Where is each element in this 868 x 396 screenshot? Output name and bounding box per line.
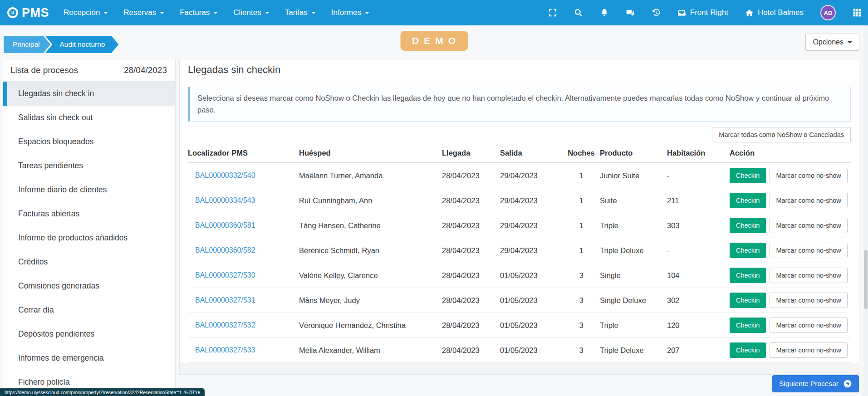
reservation-link[interactable]: BAL00000327/532: [188, 321, 299, 329]
table-row: BAL00000360/582Bérénice Schmidt, Ryan28/…: [188, 238, 851, 263]
checkin-button[interactable]: Checkin: [730, 293, 766, 308]
noshow-button[interactable]: Marcar como no-show: [770, 342, 847, 358]
scrollbar-thumb[interactable]: [864, 250, 868, 309]
chevron-down-icon: [311, 12, 316, 14]
reservation-link[interactable]: BAL00000327/530: [188, 271, 299, 279]
sidebar-item[interactable]: Salidas sin check out: [3, 106, 175, 130]
guest-name: Bérénice Schmidt, Ryan: [299, 246, 442, 255]
process-list-header: Lista de procesos 28/04/2023: [3, 59, 175, 82]
checkin-button[interactable]: Checkin: [730, 193, 766, 208]
table-row: BAL00000334/543Ruì Cunningham, Ann28/04/…: [188, 188, 851, 213]
hotel-selector[interactable]: Hotel Balmes: [745, 8, 804, 17]
nav-menu-label: Reservas: [123, 8, 156, 17]
nav-menu-label: Tarifas: [285, 8, 308, 17]
sidebar-item[interactable]: Espacios bloqueados: [3, 130, 175, 154]
departure-date: 29/04/2023: [500, 196, 563, 205]
sidebar-item[interactable]: Llegadas sin check in: [3, 82, 175, 106]
room-number: 303: [667, 221, 730, 230]
departure-date: 01/05/2023: [500, 346, 563, 355]
next-process-button[interactable]: Siguiente Procesar: [772, 375, 859, 392]
sidebar-item[interactable]: Cerrar día: [3, 298, 175, 322]
sidebar-item[interactable]: Depósitos pendientes: [3, 322, 175, 346]
guest-name: Mélia Alexander, William: [299, 346, 442, 355]
sidebar-item[interactable]: Tareas pendientes: [3, 154, 175, 178]
sidebar-item[interactable]: Informe diario de clientes: [3, 178, 175, 202]
sidebar-item[interactable]: Informes de emergencia: [3, 346, 175, 370]
chevron-down-icon: [365, 12, 369, 14]
departure-date: 29/04/2023: [500, 171, 563, 180]
nav-menu-label: Facturas: [180, 8, 210, 17]
product: Triple Deluxe: [600, 246, 667, 255]
fullscreen-icon[interactable]: [548, 8, 557, 17]
noshow-button[interactable]: Marcar como no-show: [770, 168, 847, 183]
reservation-link[interactable]: BAL00000332/540: [188, 171, 299, 180]
checkin-button[interactable]: Checkin: [730, 168, 766, 183]
reservation-link[interactable]: BAL00000327/531: [188, 296, 299, 304]
sidebar-item[interactable]: Comisiones generadas: [3, 274, 175, 298]
sidebar-item[interactable]: Informe de productos añadidos: [3, 226, 175, 250]
reservation-link[interactable]: BAL00000334/543: [188, 196, 299, 205]
breadcrumb: Principal Audit nocturno: [4, 36, 118, 53]
checkin-button[interactable]: Checkin: [730, 268, 766, 283]
column-header: Habitación: [667, 149, 730, 157]
comments-icon[interactable]: [626, 8, 635, 17]
history-icon[interactable]: [652, 8, 661, 17]
nav-menu-recepción[interactable]: Recepción: [64, 8, 108, 17]
pms-logo[interactable]: u PMS: [7, 6, 49, 20]
guest-name: Táng Hansen, Catherine: [299, 221, 442, 230]
page-title: Llegadas sin checkin: [180, 59, 859, 80]
mark-all-noshow-button[interactable]: Marcar todas como NoShow o Canceladas: [712, 127, 851, 142]
process-list: Llegadas sin check inSalidas sin check o…: [3, 82, 175, 394]
reservation-link[interactable]: BAL00000360/582: [188, 246, 299, 254]
nav-menu-tarifas[interactable]: Tarifas: [285, 8, 316, 17]
checkin-button[interactable]: Checkin: [730, 243, 766, 258]
nav-menu-facturas[interactable]: Facturas: [180, 8, 218, 17]
column-header: Acción: [730, 149, 851, 157]
checkin-button[interactable]: Checkin: [730, 218, 766, 233]
apps-grid-icon[interactable]: [853, 8, 862, 17]
nav-menu-clientes[interactable]: Clientes: [233, 8, 269, 17]
noshow-button[interactable]: Marcar como no-show: [770, 268, 847, 283]
row-actions: CheckinMarcar como no-show: [730, 243, 851, 258]
checkin-button[interactable]: Checkin: [730, 318, 766, 333]
sidebar-item[interactable]: Facturas abiertas: [3, 202, 175, 226]
nights: 1: [563, 171, 600, 180]
demo-badge: DEMO: [400, 31, 468, 51]
breadcrumb-audit-nocturno[interactable]: Audit nocturno: [45, 36, 118, 53]
noshow-button[interactable]: Marcar como no-show: [770, 193, 847, 208]
row-actions: CheckinMarcar como no-show: [730, 218, 851, 233]
breadcrumb-principal[interactable]: Principal: [4, 36, 50, 53]
reservation-link[interactable]: BAL00000327/533: [188, 346, 299, 354]
nav-menu-reservas[interactable]: Reservas: [123, 8, 164, 17]
search-icon[interactable]: [574, 8, 583, 17]
product: Triple: [600, 221, 667, 230]
sidebar-item[interactable]: Créditos: [3, 250, 175, 274]
chevron-down-icon: [160, 12, 164, 14]
arrow-circle-right-icon: [843, 379, 852, 388]
reservation-link[interactable]: BAL00000360/581: [188, 221, 299, 230]
room-number: 207: [667, 346, 730, 355]
table-row: BAL00000360/581Táng Hansen, Catherine28/…: [188, 213, 851, 238]
audit-date: 28/04/2023: [124, 65, 167, 75]
noshow-button[interactable]: Marcar como no-show: [770, 218, 847, 233]
avatar[interactable]: AD: [820, 5, 836, 20]
front-office-name: Front Right: [690, 8, 728, 17]
front-office-selector[interactable]: Front Right: [677, 8, 728, 17]
nav-menu-informes[interactable]: Informes: [331, 8, 369, 17]
product: Suite: [600, 196, 667, 205]
noshow-button[interactable]: Marcar como no-show: [770, 318, 847, 333]
departure-date: 29/04/2023: [500, 246, 563, 255]
scrollbar[interactable]: [863, 25, 868, 396]
nights: 1: [563, 221, 600, 230]
room-number: 211: [667, 196, 730, 205]
options-button[interactable]: Opciones: [805, 34, 859, 51]
arrival-date: 28/04/2023: [442, 221, 500, 230]
departure-date: 01/05/2023: [500, 296, 563, 305]
mark-all-row: Marcar todas como NoShow o Canceladas: [188, 127, 851, 142]
product: Single Deluxe: [600, 296, 667, 305]
next-process-label: Siguiente Procesar: [779, 380, 839, 388]
noshow-button[interactable]: Marcar como no-show: [770, 293, 847, 308]
checkin-button[interactable]: Checkin: [730, 342, 766, 358]
bell-icon[interactable]: [600, 8, 609, 17]
noshow-button[interactable]: Marcar como no-show: [770, 243, 847, 258]
